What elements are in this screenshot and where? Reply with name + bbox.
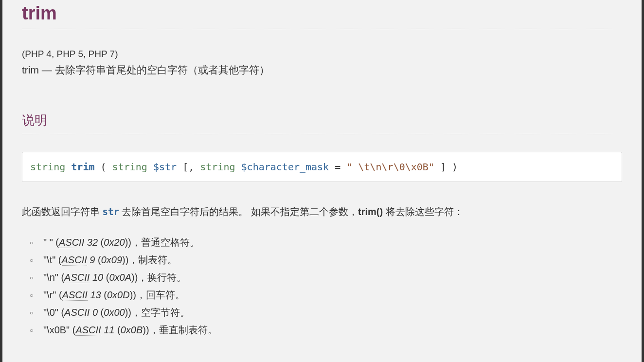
list-item: "\t" (ASCII 9 (0x09))，制表符。: [41, 251, 622, 269]
char-name: 制表符。: [138, 254, 177, 265]
param2-default: " \t\n\r\0\x0B": [346, 161, 434, 173]
param2-name: $character_mask: [241, 161, 329, 173]
desc-post: 将去除这些字符：: [383, 206, 464, 217]
trimmed-chars-list: " " (ASCII 32 (0x20))，普通空格符。 "\t" (ASCII…: [22, 234, 622, 339]
param1-name: $str: [153, 161, 177, 173]
char-hex: 0x09: [101, 254, 122, 265]
desc-mid: 去除首尾空白字符后的结果。 如果不指定第二个参数，: [119, 206, 358, 217]
char-dec: 9: [89, 254, 95, 265]
return-type: string: [30, 161, 65, 173]
ascii-abbr: ASCII: [75, 325, 101, 336]
char-hex: 0x0B: [121, 325, 143, 335]
char-dec: 0: [92, 307, 98, 318]
summary-text: 去除字符串首尾处的空白字符（或者其他字符）: [55, 64, 269, 75]
char-name: 垂直制表符。: [159, 325, 217, 335]
char-literal: "\r": [43, 290, 56, 300]
char-dec: 32: [87, 237, 98, 248]
ascii-abbr: ASCII: [62, 254, 87, 266]
function-synopsis: string trim ( string $str [, string $cha…: [22, 152, 622, 182]
char-dec: 10: [92, 272, 103, 283]
char-literal: " ": [43, 237, 53, 248]
function-name: trim: [71, 161, 94, 173]
char-literal: "\0": [43, 307, 58, 318]
param1-type: string: [112, 161, 147, 173]
ascii-abbr: ASCII: [64, 272, 89, 283]
char-name: 空字节符。: [141, 307, 190, 318]
optional-close: ]: [440, 161, 452, 173]
description-paragraph: 此函数返回字符串 str 去除首尾空白字符后的结果。 如果不指定第二个参数，tr…: [22, 203, 622, 220]
paren-open: (: [101, 161, 112, 173]
paren-close: ): [452, 161, 458, 173]
desc-fn-trim: trim(): [358, 206, 383, 217]
char-hex: 0x20: [104, 237, 125, 248]
list-item: " " (ASCII 32 (0x20))，普通空格符。: [41, 234, 622, 251]
summary-fn-name: trim: [22, 64, 39, 75]
function-summary: trim — 去除字符串首尾处的空白字符（或者其他字符）: [22, 62, 622, 78]
optional-open: [,: [182, 161, 200, 173]
page-title: trim: [22, 0, 622, 29]
char-name: 换行符。: [147, 272, 186, 283]
ascii-abbr: ASCII: [59, 237, 84, 248]
char-literal: "\x0B": [43, 325, 70, 335]
doc-page: trim (PHP 4, PHP 5, PHP 7) trim — 去除字符串首…: [2, 0, 642, 362]
char-literal: "\t": [43, 254, 55, 265]
char-dec: 11: [104, 325, 114, 335]
list-item: "\r" (ASCII 13 (0x0D))，回车符。: [41, 286, 622, 304]
char-hex: 0x0D: [107, 290, 130, 300]
char-hex: 0x0A: [109, 272, 131, 283]
desc-pre: 此函数返回字符串: [22, 206, 103, 217]
section-description-heading: 说明: [22, 112, 622, 134]
list-item: "\n" (ASCII 10 (0x0A))，换行符。: [41, 269, 622, 286]
list-item: "\x0B" (ASCII 11 (0x0B))，垂直制表符。: [41, 321, 622, 339]
char-name: 普通空格符。: [141, 237, 199, 248]
desc-param-str: str: [103, 206, 119, 217]
param2-type: string: [200, 161, 235, 173]
meta-block: (PHP 4, PHP 5, PHP 7) trim — 去除字符串首尾处的空白…: [22, 49, 622, 78]
summary-separator: —: [39, 64, 55, 75]
php-versions: (PHP 4, PHP 5, PHP 7): [22, 49, 622, 59]
equals: =: [335, 161, 346, 173]
char-literal: "\n": [43, 272, 58, 283]
char-dec: 13: [90, 290, 101, 300]
char-hex: 0x00: [104, 307, 125, 318]
list-item: "\0" (ASCII 0 (0x00))，空字节符。: [41, 304, 622, 321]
ascii-abbr: ASCII: [64, 307, 89, 318]
char-name: 回车符。: [146, 290, 185, 300]
ascii-abbr: ASCII: [62, 290, 88, 301]
